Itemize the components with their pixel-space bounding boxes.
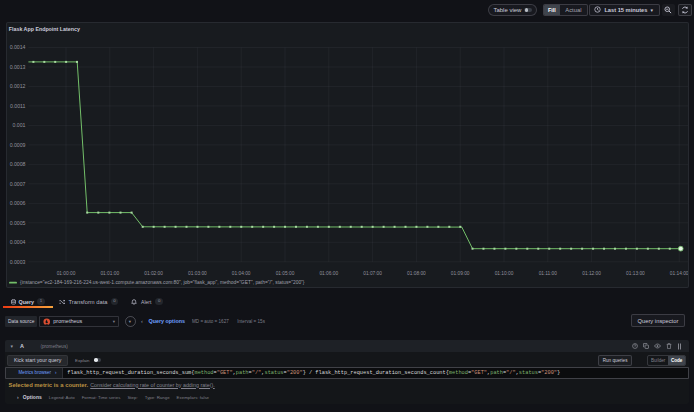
svg-text:0.0007: 0.0007: [10, 181, 26, 187]
svg-text:01:11:00: 01:11:00: [539, 271, 558, 276]
svg-text:01:00:00: 01:00:00: [57, 271, 76, 276]
svg-text:0.0004: 0.0004: [10, 239, 26, 245]
svg-text:0.0013: 0.0013: [10, 64, 26, 70]
svg-text:0.0012: 0.0012: [10, 83, 26, 89]
svg-text:01:10:00: 01:10:00: [495, 271, 514, 276]
svg-text:01:03:00: 01:03:00: [188, 271, 207, 276]
svg-text:01:06:00: 01:06:00: [319, 271, 338, 276]
svg-text:0.0008: 0.0008: [10, 161, 26, 167]
svg-text:01:04:00: 01:04:00: [232, 271, 251, 276]
svg-text:0.001: 0.001: [13, 122, 26, 128]
svg-text:01:08:00: 01:08:00: [407, 271, 426, 276]
svg-text:01:09:00: 01:09:00: [451, 271, 470, 276]
svg-text:01:14:00: 01:14:00: [670, 271, 688, 276]
svg-text:01:07:00: 01:07:00: [363, 271, 382, 276]
svg-text:01:01:00: 01:01:00: [100, 271, 119, 276]
svg-text:0.0006: 0.0006: [10, 200, 26, 206]
svg-text:0.0011: 0.0011: [10, 103, 26, 109]
svg-text:01:02:00: 01:02:00: [144, 271, 163, 276]
svg-text:0.0003: 0.0003: [10, 259, 26, 265]
svg-text:01:05:00: 01:05:00: [276, 271, 295, 276]
svg-text:0.0005: 0.0005: [10, 220, 26, 226]
svg-text:01:12:00: 01:12:00: [582, 271, 601, 276]
svg-text:0.0014: 0.0014: [10, 44, 26, 50]
svg-text:0.0009: 0.0009: [10, 142, 26, 148]
svg-text:01:13:00: 01:13:00: [626, 271, 645, 276]
svg-text:{instance="ec2-184-169-216-224: {instance="ec2-184-169-216-224.us-west-1…: [20, 280, 305, 285]
